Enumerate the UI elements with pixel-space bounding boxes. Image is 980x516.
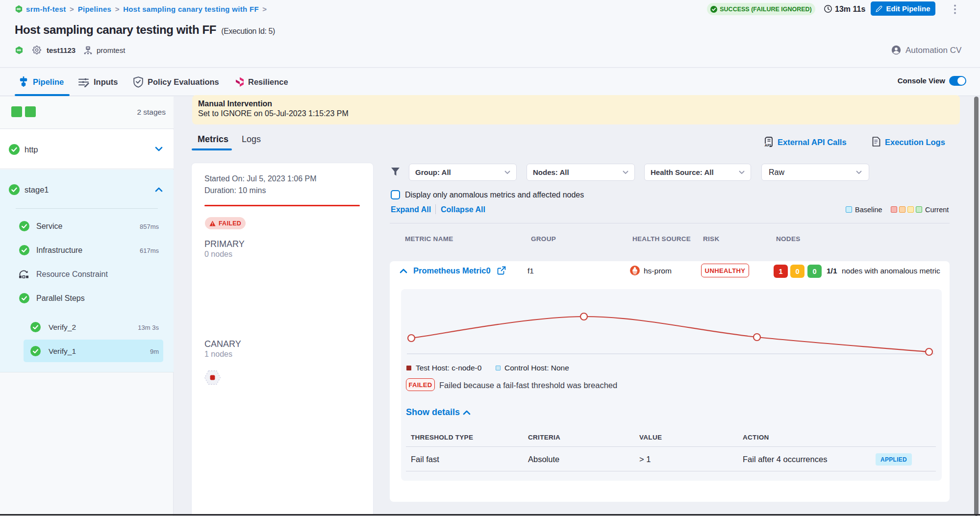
svg-text:API: API xyxy=(765,143,771,147)
